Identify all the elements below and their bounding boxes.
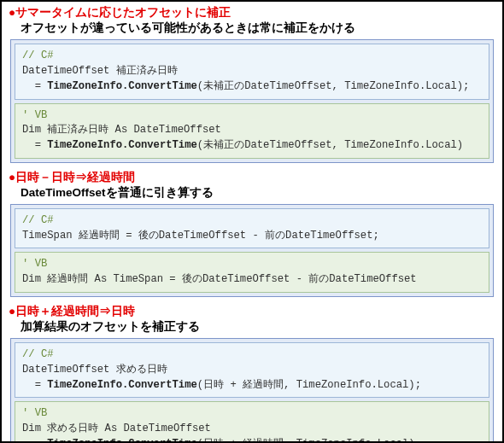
code-comment: ' VB — [22, 407, 47, 419]
code-bold: TimeZoneInfo.ConvertTime — [47, 139, 197, 151]
code-line: Dim 求める日時 As DateTimeOffset — [22, 423, 211, 434]
heading-black: DateTimeOffsetを普通に引き算する — [21, 185, 495, 201]
code-line: = — [22, 379, 47, 391]
vb-code: ' VB Dim 補正済み日時 As DateTimeOffset = Time… — [15, 103, 489, 159]
code-comment: // C# — [22, 50, 54, 61]
code-bold: TimeZoneInfo.ConvertTime — [47, 379, 197, 391]
code-line: DateTimeOffset 補正済み日時 — [22, 65, 178, 77]
csharp-code: // C# TimeSpan 経過時間 = 後のDateTimeOffset -… — [15, 208, 489, 248]
page-frame: ●サマータイムに応じたオフセットに補正 オフセットが違っている可能性があるときは… — [0, 0, 504, 443]
code-comment: ' VB — [22, 258, 47, 270]
code-line: Dim 補正済み日時 As DateTimeOffset — [22, 124, 221, 136]
code-frame: // C# DateTimeOffset 補正済み日時 = TimeZoneIn… — [10, 39, 494, 162]
code-line: DateTimeOffset 求める日時 — [22, 364, 167, 376]
code-line: (未補正のDateTimeOffset, TimeZoneInfo.Local)… — [197, 80, 470, 92]
heading-black: 加算結果のオフセットを補正する — [21, 319, 495, 335]
csharp-code: // C# DateTimeOffset 求める日時 = TimeZoneInf… — [15, 342, 489, 398]
heading-black: オフセットが違っている可能性があるときは常に補正をかける — [21, 20, 495, 36]
section-offset-correction: ●サマータイムに応じたオフセットに補正 オフセットが違っている可能性があるときは… — [9, 5, 495, 163]
code-line: = — [22, 438, 47, 443]
heading-red: ●サマータイムに応じたオフセットに補正 — [9, 5, 495, 20]
vb-code: ' VB Dim 求める日時 As DateTimeOffset = TimeZ… — [15, 401, 489, 443]
code-line: TimeSpan 経過時間 = 後のDateTimeOffset - 前のDat… — [22, 230, 379, 242]
code-frame: // C# DateTimeOffset 求める日時 = TimeZoneInf… — [10, 338, 494, 443]
code-comment: // C# — [22, 214, 54, 226]
code-line: Dim 経過時間 As TimeSpan = 後のDateTimeOffset … — [22, 273, 417, 285]
section-addition: ●日時＋経過時間⇒日時 加算結果のオフセットを補正する // C# DateTi… — [9, 304, 495, 443]
section-subtraction: ●日時－日時⇒経過時間 DateTimeOffsetを普通に引き算する // C… — [9, 170, 495, 297]
heading-red: ●日時＋経過時間⇒日時 — [9, 304, 495, 319]
code-line: = — [22, 80, 47, 92]
code-line: (日時 + 経過時間, TimeZoneInfo.Local) — [197, 438, 415, 443]
code-line: (未補正のDateTimeOffset, TimeZoneInfo.Local) — [197, 139, 463, 151]
code-line: (日時 + 経過時間, TimeZoneInfo.Local); — [197, 379, 421, 391]
code-comment: // C# — [22, 348, 54, 360]
code-line: = — [22, 139, 47, 151]
code-comment: ' VB — [22, 109, 47, 121]
csharp-code: // C# DateTimeOffset 補正済み日時 = TimeZoneIn… — [15, 44, 489, 99]
heading-red: ●日時－日時⇒経過時間 — [9, 170, 495, 185]
code-bold: TimeZoneInfo.ConvertTime — [47, 438, 197, 443]
code-frame: // C# TimeSpan 経過時間 = 後のDateTimeOffset -… — [10, 204, 494, 297]
code-bold: TimeZoneInfo.ConvertTime — [47, 80, 197, 92]
vb-code: ' VB Dim 経過時間 As TimeSpan = 後のDateTimeOf… — [15, 252, 489, 292]
